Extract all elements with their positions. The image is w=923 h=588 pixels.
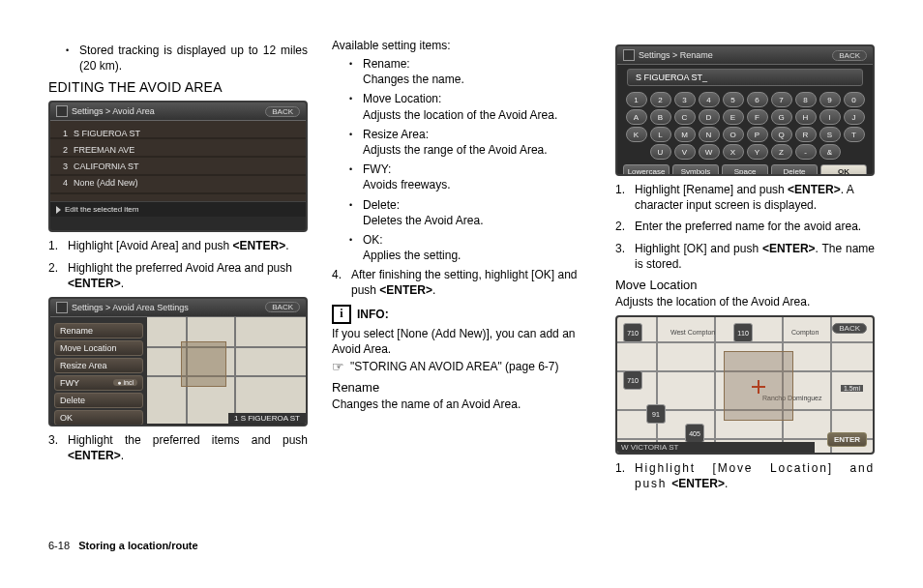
keyboard-key[interactable]: O [723, 127, 744, 142]
kb-ok[interactable]: OK [820, 164, 867, 176]
back-button[interactable]: BACK [265, 106, 300, 117]
heading-editing-avoid-area: EDITING THE AVOID AREA [48, 79, 308, 95]
keyboard-key[interactable]: 0 [844, 92, 865, 107]
item-resize: Resize Area:Adjusts the range of the Avo… [349, 127, 591, 158]
item-move: Move Location:Adjusts the location of th… [349, 91, 591, 122]
list-item[interactable]: 1S FIGUEROA ST [58, 125, 298, 141]
info-text: If you select [None (Add New)], you can … [332, 326, 591, 357]
keyboard-key[interactable]: & [819, 144, 841, 160]
ss3-header: Settings > Rename BACK [617, 46, 873, 65]
shield-icon: 710 [623, 323, 642, 342]
keyboard-key[interactable]: R [795, 127, 817, 142]
rename-step-3: 3.Highlight [OK] and push <ENTER>. The n… [615, 241, 875, 272]
keyboard-key[interactable]: X [723, 144, 744, 160]
keyboard-key[interactable]: Z [771, 144, 792, 160]
keyboard-key[interactable]: 4 [699, 92, 720, 107]
back-button[interactable]: BACK [832, 50, 867, 61]
menu-icon [623, 49, 635, 61]
keyboard-key[interactable]: 3 [674, 92, 696, 107]
keyboard-key[interactable]: S [819, 127, 841, 142]
option-fwy[interactable]: FWY● incl [54, 375, 143, 391]
ss2-map-footer: 1 S FIGUEROA ST [228, 413, 306, 424]
keyboard-key[interactable]: G [771, 109, 792, 125]
ss2-title: Settings > Avoid Area Settings [72, 303, 189, 312]
back-button[interactable]: BACK [832, 323, 867, 334]
map-enter-button[interactable]: ENTER [827, 432, 867, 447]
keyboard-key[interactable]: 7 [771, 92, 792, 107]
keyboard-key[interactable]: D [699, 109, 720, 125]
crosshair-icon [755, 383, 762, 391]
keyboard-key[interactable]: 5 [723, 92, 744, 107]
ss2-options: Rename Move Location Resize Area FWY● in… [50, 317, 147, 424]
page-columns: Stored tracking is displayed up to 12 mi… [48, 39, 875, 532]
screenshot-move-location-map: 710 110 91 405 710 BACK West Compton Com… [615, 315, 875, 455]
keyboard-key[interactable]: Y [747, 144, 768, 160]
keyboard-key[interactable]: 9 [819, 92, 841, 107]
keyboard-key[interactable]: C [674, 109, 696, 125]
keyboard-key[interactable]: 1 [626, 92, 647, 107]
keyboard-key[interactable]: B [650, 109, 671, 125]
keyboard-key[interactable]: I [819, 109, 841, 125]
column-2: Available setting items: Rename:Changes … [332, 39, 591, 532]
ss2-body: Rename Move Location Resize Area FWY● in… [50, 317, 306, 424]
keyboard-key[interactable]: W [699, 144, 720, 160]
available-items-label: Available setting items: [332, 39, 591, 52]
back-button[interactable]: BACK [265, 302, 300, 312]
kb-space[interactable]: Space [722, 164, 768, 176]
move-step-1: 1.Highlight [Move Location] and push <EN… [615, 460, 875, 491]
keyboard-key[interactable]: J [844, 109, 865, 125]
section-title: Storing a location/route [78, 540, 197, 551]
keyboard-input[interactable]: S FIGUEROA ST_ [627, 69, 863, 86]
ss1-title: Settings > Avoid Area [72, 106, 155, 116]
info-label: INFO: [357, 308, 389, 321]
kb-delete[interactable]: Delete [771, 164, 818, 176]
keyboard-key[interactable]: L [650, 127, 671, 142]
option-delete[interactable]: Delete [54, 393, 143, 408]
option-resize-area[interactable]: Resize Area [54, 358, 143, 373]
option-ok[interactable]: OK [54, 410, 143, 426]
keyboard-key[interactable]: V [674, 144, 696, 160]
reference-icon: ☞ [332, 359, 344, 374]
reference-link: ☞ "STORING AN AVOID AREA" (page 6-7) [332, 359, 591, 374]
info-icon: i [332, 305, 351, 324]
step-3: 3.Highlight the preferred items and push… [48, 432, 308, 463]
column-1: Stored tracking is displayed up to 12 mi… [48, 39, 308, 532]
keyboard-key[interactable]: Q [771, 127, 792, 142]
keyboard-key[interactable]: M [674, 127, 696, 142]
keyboard-key[interactable]: 6 [747, 92, 768, 107]
item-ok: OK:Applies the setting. [349, 232, 591, 263]
rename-step-2: 2.Enter the preferred name for the avoid… [615, 219, 875, 234]
list-item[interactable]: 2FREEMAN AVE [58, 141, 298, 158]
intro-bullet: Stored tracking is displayed up to 12 mi… [66, 43, 308, 74]
keyboard-key[interactable]: E [723, 109, 744, 125]
keyboard-key[interactable]: P [747, 127, 768, 142]
screenshot-rename-keyboard: Settings > Rename BACK S FIGUEROA ST_ 12… [615, 44, 875, 176]
keyboard-key[interactable]: 8 [795, 92, 817, 107]
keyboard-key[interactable]: K [626, 127, 647, 142]
kb-lowercase[interactable]: Lowercase [623, 164, 670, 176]
keyboard-key[interactable]: N [699, 127, 720, 142]
keyboard-key[interactable]: T [844, 127, 865, 142]
keyboard-key[interactable]: 2 [650, 92, 671, 107]
kb-symbols[interactable]: Symbols [672, 164, 719, 176]
keyboard-key[interactable]: H [795, 109, 817, 125]
rename-text: Changes the name of an Avoid Area. [332, 397, 591, 412]
map-street-footer: W VICTORIA ST [617, 442, 815, 453]
screenshot-avoid-area-list: Settings > Avoid Area BACK 1S FIGUEROA S… [48, 101, 308, 232]
keyboard-key[interactable]: F [747, 109, 768, 125]
ss1-footer: Edit the selected item [50, 201, 306, 217]
map-area[interactable]: 710 110 91 405 710 BACK West Compton Com… [617, 317, 873, 453]
step-1: 1.Highlight [Avoid Area] and push <ENTER… [48, 238, 308, 253]
intro-text: Stored tracking is displayed up to 12 mi… [79, 43, 308, 74]
list-item[interactable]: 4None (Add New) [58, 174, 298, 191]
keyboard-key[interactable]: U [650, 144, 671, 160]
keyboard-key[interactable]: A [626, 109, 647, 125]
option-move-location[interactable]: Move Location [54, 340, 143, 356]
keyboard-key[interactable]: - [795, 144, 817, 160]
ss3-title: Settings > Rename [639, 50, 713, 60]
list-item[interactable]: 3CALIFORNIA ST [58, 158, 298, 174]
rename-step-1: 1.Highlight [Rename] and push <ENTER>. A… [615, 182, 875, 213]
option-rename[interactable]: Rename [54, 323, 143, 338]
shield-icon: 405 [685, 424, 704, 443]
menu-icon [56, 302, 68, 313]
